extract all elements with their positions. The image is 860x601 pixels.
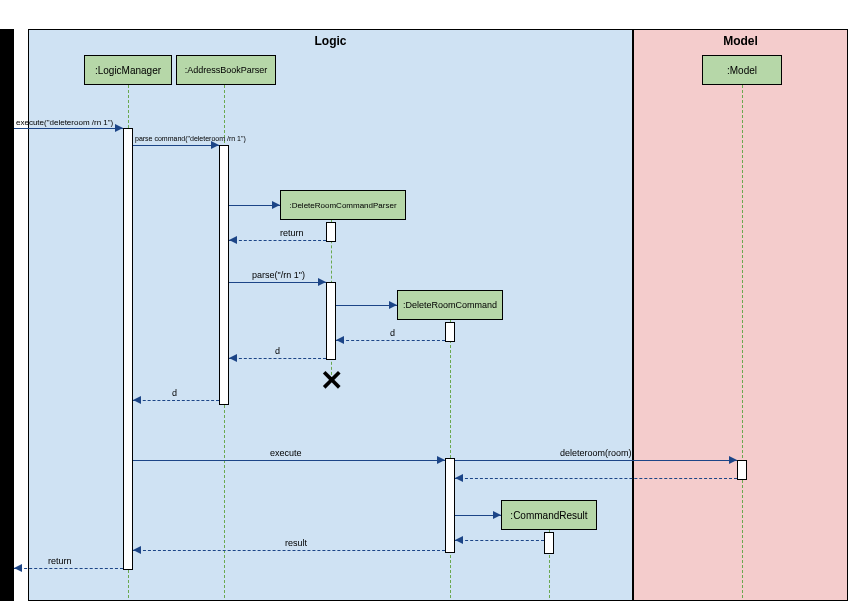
msg-cr-return-head: [455, 536, 463, 544]
msg-d3-label: d: [172, 388, 177, 398]
lifeline-model: [742, 85, 743, 598]
msg-result-label: result: [285, 538, 307, 548]
entry-actor-bar: [0, 29, 14, 601]
msg-return-parser: [229, 240, 326, 241]
msg-deleteroom-label: deleteroom(room): [560, 448, 632, 458]
msg-parse-arg-head: [318, 278, 326, 286]
msg-d2: [229, 358, 326, 359]
msg-parse-arg-label: parse("/rn 1"): [252, 270, 305, 280]
msg-result-head: [133, 546, 141, 554]
msg-return-final-head: [14, 564, 22, 572]
msg-d3-head: [133, 396, 141, 404]
participant-deleteroom-command-parser: :DeleteRoomCommandParser: [280, 190, 406, 220]
msg-execute-entry-head: [115, 124, 123, 132]
activation-logic-manager: [123, 128, 133, 570]
msg-execute-label: execute: [270, 448, 302, 458]
msg-parse-command: [133, 145, 219, 146]
msg-d2-label: d: [275, 346, 280, 356]
msg-create-drc-head: [389, 301, 397, 309]
participant-model: :Model: [702, 55, 782, 85]
msg-d2-head: [229, 354, 237, 362]
participant-command-result: :CommandResult: [501, 500, 597, 530]
participant-logic-manager: :LogicManager: [84, 55, 172, 85]
msg-d3: [133, 400, 219, 401]
activation-dr-cmd-parser-2: [326, 282, 336, 360]
region-logic-title: Logic: [29, 34, 632, 48]
msg-deleteroom-head: [729, 456, 737, 464]
region-model-title: Model: [634, 34, 847, 48]
msg-create-drc: [336, 305, 397, 306]
activation-command-result: [544, 532, 554, 554]
msg-execute-entry-label: execute("deleteroom /rn 1"): [16, 118, 113, 127]
msg-return-final-label: return: [48, 556, 72, 566]
participant-label: :AddressBookParser: [185, 65, 268, 75]
msg-execute: [133, 460, 445, 461]
msg-cr-return: [455, 540, 544, 541]
region-model: Model: [633, 29, 848, 601]
msg-model-return-head: [455, 474, 463, 482]
activation-model: [737, 460, 747, 480]
activation-dr-cmd-1: [445, 322, 455, 342]
sequence-diagram: Logic Model :LogicManager :AddressBookPa…: [0, 0, 860, 601]
msg-return-final: [14, 568, 123, 569]
destruction-drcp: ✕: [320, 364, 343, 397]
msg-result: [133, 550, 445, 551]
participant-deleteroom-command: :DeleteRoomCommand: [397, 290, 503, 320]
msg-execute-head: [437, 456, 445, 464]
msg-return-parser-head: [229, 236, 237, 244]
msg-model-return: [455, 478, 737, 479]
msg-create-cr-head: [493, 511, 501, 519]
participant-label: :LogicManager: [95, 65, 161, 76]
msg-d1-label: d: [390, 328, 395, 338]
msg-d1-head: [336, 336, 344, 344]
participant-label: :DeleteRoomCommandParser: [289, 201, 396, 210]
msg-d1: [336, 340, 445, 341]
msg-return-parser-label: return: [280, 228, 304, 238]
msg-create-drcp-head: [272, 201, 280, 209]
activation-addressbook-parser: [219, 145, 229, 405]
msg-deleteroom: [455, 460, 737, 461]
activation-dr-cmd-parser-1: [326, 222, 336, 242]
activation-dr-cmd-2: [445, 458, 455, 553]
msg-parse-command-head: [211, 141, 219, 149]
participant-label: :CommandResult: [510, 510, 587, 521]
msg-parse-command-label: parse command("deleteroom /rn 1"): [135, 135, 246, 142]
msg-parse-arg: [229, 282, 326, 283]
participant-label: :Model: [727, 65, 757, 76]
participant-addressbook-parser: :AddressBookParser: [176, 55, 276, 85]
participant-label: :DeleteRoomCommand: [403, 300, 497, 310]
msg-execute-entry: [14, 128, 123, 129]
